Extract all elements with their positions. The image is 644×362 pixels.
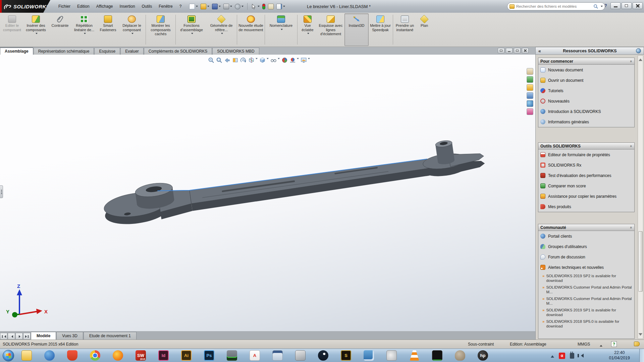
reference-geometry-button[interactable]: Géométrie de référe...: [207, 13, 236, 46]
apply-scene-caret-icon[interactable]: [297, 58, 299, 60]
compare-score-item[interactable]: Comparer mon score: [538, 181, 634, 191]
performance-monitor-taskbar-icon[interactable]: [227, 350, 237, 361]
tab-esquisse[interactable]: Esquisse: [94, 48, 120, 55]
zoom-to-fit-icon[interactable]: [208, 57, 214, 63]
collapse-section-icon[interactable]: «: [629, 226, 633, 228]
openoffice-taskbar-icon[interactable]: [295, 350, 306, 361]
hp-taskbar-icon[interactable]: hp: [478, 350, 488, 361]
menu-edition[interactable]: Edition: [74, 3, 93, 10]
move-component-caret-icon[interactable]: [131, 33, 133, 35]
news-item[interactable]: »SOLIDWORKS 2019 SP2 is available for do…: [538, 273, 634, 284]
take-snapshot-button[interactable]: Prendre un instantané: [394, 13, 416, 46]
news-item[interactable]: »SOLIDWORKS 2019 SP1 is available for do…: [538, 307, 634, 318]
smart-fasteners-button[interactable]: Smart Fasteners: [97, 13, 119, 46]
instant3d-button[interactable]: Instant3D: [344, 13, 369, 46]
taskpane-scrollbar[interactable]: [638, 55, 643, 339]
edit-component-button[interactable]: Editer le composant: [1, 13, 23, 46]
news-item[interactable]: »SOLIDWORKS Customer Portal and Admin Po…: [538, 295, 634, 307]
news-item[interactable]: »SOLIDWORKS 2018 SP5.0 is available for …: [538, 318, 634, 329]
menu-fenetre[interactable]: Fenêtre: [155, 3, 176, 10]
menu-insertion[interactable]: Insertion: [116, 3, 139, 10]
tab-solidworks-mbd[interactable]: SOLIDWORKS MBD: [212, 48, 259, 55]
units-selector[interactable]: MMGS: [578, 342, 590, 347]
taskbar-clock[interactable]: 22:40 01/04/2019: [609, 350, 630, 361]
exploded-view-caret-icon[interactable]: [307, 33, 309, 35]
view-settings-button[interactable]: [301, 57, 310, 63]
acrobat-taskbar-icon[interactable]: A: [250, 350, 260, 361]
linear-pattern-caret-icon[interactable]: [84, 33, 86, 35]
custom-properties-tab-icon[interactable]: [527, 108, 533, 115]
view-orientation-caret-icon[interactable]: [256, 58, 258, 60]
doc-restore-button[interactable]: [498, 48, 504, 53]
display-style-button[interactable]: [259, 57, 269, 63]
hide-show-items-button[interactable]: [270, 57, 280, 63]
first-tab-button[interactable]: [0, 333, 7, 340]
tab-complements-solidworks[interactable]: Compléments de SOLIDWORKS: [144, 48, 212, 55]
help-button[interactable]: ?: [602, 2, 609, 9]
tab-representation-schematique[interactable]: Représentation schématique: [34, 48, 94, 55]
open-document-item[interactable]: Ouvrir un document: [538, 75, 634, 85]
update-speedpak-button[interactable]: Mettre à jour Speedpak: [369, 13, 392, 46]
volume-tray-icon[interactable]: [579, 354, 584, 358]
doc-maximize-button[interactable]: [514, 48, 521, 53]
copy-settings-item[interactable]: Assistance pour copier les paramètres: [538, 191, 634, 201]
units-caret-icon[interactable]: [600, 344, 602, 347]
save-caret-icon[interactable]: [219, 6, 221, 8]
linear-pattern-button[interactable]: Répétition linéaire de...: [71, 13, 97, 46]
view-settings-caret-icon[interactable]: [308, 58, 310, 60]
hide-show-items-caret-icon[interactable]: [278, 58, 280, 60]
save-button[interactable]: [211, 3, 222, 10]
next-tab-button[interactable]: [15, 333, 23, 340]
open-caret-icon[interactable]: [207, 6, 209, 8]
insert-components-button[interactable]: Insérer des composants: [23, 13, 49, 46]
getting-started-header[interactable]: Pour commencer «: [538, 58, 634, 65]
view-orientation-button[interactable]: [248, 57, 258, 63]
terminal-taskbar-icon[interactable]: [432, 350, 442, 361]
solidworks-taskbar-icon[interactable]: SW2015: [136, 350, 146, 361]
brave-taskbar-icon[interactable]: [67, 350, 77, 361]
graphics-viewport[interactable]: Z X Y: [0, 55, 535, 331]
vlc-taskbar-icon[interactable]: [409, 350, 420, 361]
technical-alerts-item[interactable]: Alertes techniques et nouvelles: [538, 262, 634, 273]
plane-button[interactable]: Plan: [416, 13, 433, 46]
solidworks-tools-header[interactable]: Outils SOLIDWORKS «: [538, 143, 634, 149]
photoshop-taskbar-icon[interactable]: Ps: [204, 350, 214, 361]
new-document-item[interactable]: Nouveau document: [538, 65, 634, 75]
assembly-model[interactable]: Z X Y: [0, 55, 535, 331]
discussion-forum-item[interactable]: Forum de discussion: [538, 252, 634, 262]
edit-appearance-icon[interactable]: [281, 57, 288, 63]
print-button[interactable]: [222, 3, 233, 10]
taskpane-collapse-chevron-icon[interactable]: «: [538, 48, 541, 54]
scroll-up-icon[interactable]: [639, 57, 642, 61]
tab-evaluer[interactable]: Evaluer: [120, 48, 144, 55]
doc-minimize-button[interactable]: [506, 48, 513, 53]
tab-vues-3d[interactable]: Vues 3D: [56, 332, 83, 340]
performance-test-item[interactable]: Test d'évaluation des performances: [538, 170, 634, 181]
file-explorer-tab-icon[interactable]: [527, 84, 533, 91]
file-explorer-taskbar-icon[interactable]: [21, 350, 32, 361]
search-icon[interactable]: [593, 4, 598, 9]
assembly-features-caret-icon[interactable]: [191, 33, 193, 35]
tutorials-item[interactable]: Tutoriels: [538, 85, 634, 96]
my-products-item[interactable]: Mes produits: [538, 201, 634, 212]
general-info-item[interactable]: Informations générales: [538, 117, 634, 127]
calculator-taskbar-icon[interactable]: [272, 350, 283, 361]
doc-close-button[interactable]: [522, 48, 529, 53]
print-caret-icon[interactable]: [230, 6, 232, 8]
game-taskbar-icon[interactable]: S: [341, 350, 351, 361]
gimp-taskbar-icon[interactable]: [455, 350, 465, 361]
design-library-tab-icon[interactable]: [527, 76, 533, 83]
move-component-button[interactable]: Déplacer le composant: [119, 13, 145, 46]
view-annotations-icon[interactable]: [240, 57, 247, 63]
scroll-down-icon[interactable]: [639, 333, 642, 337]
customer-portal-item[interactable]: Portail clients: [538, 231, 634, 241]
new-document-button[interactable]: [188, 3, 199, 10]
assembly-features-button[interactable]: Fonctions d'assemblage: [176, 13, 207, 46]
section-view-icon[interactable]: [232, 57, 238, 63]
news-item[interactable]: »SOLIDWORKS Customer Portal and Admin Po…: [538, 284, 634, 295]
quick-tips-button[interactable]: ?: [611, 341, 617, 347]
illustrator-taskbar-icon[interactable]: Ai: [181, 350, 192, 361]
close-button[interactable]: [633, 2, 643, 9]
explode-line-sketch-button[interactable]: Esquisse avec lignes d'éclatement: [317, 13, 344, 46]
search-input[interactable]: [516, 4, 592, 8]
